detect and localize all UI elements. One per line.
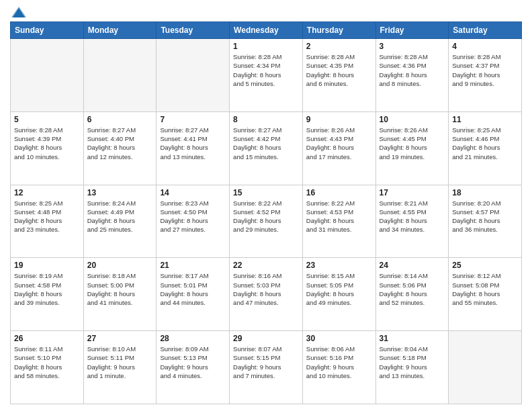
weekday-header-sunday: Sunday [11,22,84,39]
calendar-cell: 19Sunrise: 8:19 AM Sunset: 4:58 PM Dayli… [11,258,84,331]
calendar-cell: 8Sunrise: 8:27 AM Sunset: 4:42 PM Daylig… [230,111,303,185]
calendar-cell: 28Sunrise: 8:09 AM Sunset: 5:13 PM Dayli… [157,331,230,404]
day-info: Sunrise: 8:07 AM Sunset: 5:15 PM Dayligh… [233,345,299,380]
day-info: Sunrise: 8:27 AM Sunset: 4:40 PM Dayligh… [87,126,153,161]
day-number: 9 [306,115,372,124]
day-info: Sunrise: 8:28 AM Sunset: 4:39 PM Dayligh… [14,126,80,161]
day-info: Sunrise: 8:27 AM Sunset: 4:42 PM Dayligh… [233,126,299,161]
day-info: Sunrise: 8:12 AM Sunset: 5:08 PM Dayligh… [452,271,518,307]
day-number: 30 [306,334,372,343]
day-info: Sunrise: 8:09 AM Sunset: 5:13 PM Dayligh… [160,345,226,380]
day-number: 2 [306,42,372,51]
calendar-cell: 4Sunrise: 8:28 AM Sunset: 4:37 PM Daylig… [449,39,522,112]
day-number: 5 [14,115,80,124]
day-info: Sunrise: 8:14 AM Sunset: 5:06 PM Dayligh… [380,271,445,307]
page: SundayMondayTuesdayWednesdayThursdayFrid… [0,0,532,411]
logo [10,7,26,16]
calendar-cell: 3Sunrise: 8:28 AM Sunset: 4:36 PM Daylig… [375,39,449,112]
calendar-cell: 22Sunrise: 8:16 AM Sunset: 5:03 PM Dayli… [230,258,303,331]
calendar-cell: 2Sunrise: 8:28 AM Sunset: 4:35 PM Daylig… [302,39,375,112]
day-number: 28 [160,334,226,343]
calendar-cell: 1Sunrise: 8:28 AM Sunset: 4:34 PM Daylig… [230,39,303,112]
calendar-cell: 20Sunrise: 8:18 AM Sunset: 5:00 PM Dayli… [83,258,157,331]
day-number: 17 [380,188,445,197]
day-info: Sunrise: 8:22 AM Sunset: 4:52 PM Dayligh… [233,199,299,234]
calendar-cell: 30Sunrise: 8:06 AM Sunset: 5:16 PM Dayli… [302,331,375,404]
day-number: 3 [380,42,445,51]
calendar-cell [449,331,522,404]
day-info: Sunrise: 8:28 AM Sunset: 4:34 PM Dayligh… [233,52,299,88]
day-info: Sunrise: 8:28 AM Sunset: 4:36 PM Dayligh… [380,52,445,88]
day-number: 20 [87,261,153,270]
calendar-cell [157,39,230,112]
day-number: 6 [87,115,153,124]
calendar-cell: 11Sunrise: 8:25 AM Sunset: 4:46 PM Dayli… [449,111,522,185]
calendar-cell [83,39,157,112]
day-info: Sunrise: 8:23 AM Sunset: 4:50 PM Dayligh… [160,199,226,234]
calendar-cell: 14Sunrise: 8:23 AM Sunset: 4:50 PM Dayli… [157,185,230,258]
day-number: 19 [14,261,80,270]
header [10,7,522,16]
day-info: Sunrise: 8:26 AM Sunset: 4:45 PM Dayligh… [380,126,445,161]
calendar-cell: 17Sunrise: 8:21 AM Sunset: 4:55 PM Dayli… [375,185,449,258]
day-info: Sunrise: 8:19 AM Sunset: 4:58 PM Dayligh… [14,271,80,307]
day-number: 21 [160,261,226,270]
weekday-header-tuesday: Tuesday [157,22,230,39]
day-info: Sunrise: 8:25 AM Sunset: 4:46 PM Dayligh… [452,126,518,161]
calendar-cell: 26Sunrise: 8:11 AM Sunset: 5:10 PM Dayli… [11,331,84,404]
weekday-header-row: SundayMondayTuesdayWednesdayThursdayFrid… [11,22,522,39]
day-number: 31 [380,334,445,343]
day-number: 18 [452,188,518,197]
calendar-cell: 6Sunrise: 8:27 AM Sunset: 4:40 PM Daylig… [83,111,157,185]
week-row-5: 26Sunrise: 8:11 AM Sunset: 5:10 PM Dayli… [11,331,522,404]
day-info: Sunrise: 8:28 AM Sunset: 4:35 PM Dayligh… [306,52,372,88]
day-number: 7 [160,115,226,124]
day-number: 25 [452,261,518,270]
day-info: Sunrise: 8:10 AM Sunset: 5:11 PM Dayligh… [87,345,153,380]
day-info: Sunrise: 8:16 AM Sunset: 5:03 PM Dayligh… [233,271,299,307]
day-number: 4 [452,42,518,51]
day-number: 1 [233,42,299,51]
calendar-cell: 12Sunrise: 8:25 AM Sunset: 4:48 PM Dayli… [11,185,84,258]
calendar-cell: 23Sunrise: 8:15 AM Sunset: 5:05 PM Dayli… [302,258,375,331]
day-info: Sunrise: 8:17 AM Sunset: 5:01 PM Dayligh… [160,271,226,307]
day-info: Sunrise: 8:22 AM Sunset: 4:53 PM Dayligh… [306,199,372,234]
calendar-cell: 31Sunrise: 8:04 AM Sunset: 5:18 PM Dayli… [375,331,449,404]
week-row-4: 19Sunrise: 8:19 AM Sunset: 4:58 PM Dayli… [11,258,522,331]
calendar-cell: 24Sunrise: 8:14 AM Sunset: 5:06 PM Dayli… [375,258,449,331]
weekday-header-wednesday: Wednesday [230,22,303,39]
calendar-cell: 27Sunrise: 8:10 AM Sunset: 5:11 PM Dayli… [83,331,157,404]
day-info: Sunrise: 8:27 AM Sunset: 4:41 PM Dayligh… [160,126,226,161]
calendar-cell: 25Sunrise: 8:12 AM Sunset: 5:08 PM Dayli… [449,258,522,331]
day-info: Sunrise: 8:20 AM Sunset: 4:57 PM Dayligh… [452,199,518,234]
day-number: 24 [380,261,445,270]
weekday-header-friday: Friday [375,22,449,39]
day-number: 26 [14,334,80,343]
day-number: 8 [233,115,299,124]
calendar-cell: 15Sunrise: 8:22 AM Sunset: 4:52 PM Dayli… [230,185,303,258]
day-number: 15 [233,188,299,197]
day-info: Sunrise: 8:26 AM Sunset: 4:43 PM Dayligh… [306,126,372,161]
day-number: 16 [306,188,372,197]
week-row-3: 12Sunrise: 8:25 AM Sunset: 4:48 PM Dayli… [11,185,522,258]
day-info: Sunrise: 8:25 AM Sunset: 4:48 PM Dayligh… [14,199,80,234]
day-number: 14 [160,188,226,197]
calendar-cell: 29Sunrise: 8:07 AM Sunset: 5:15 PM Dayli… [230,331,303,404]
day-number: 12 [14,188,80,197]
calendar-cell: 5Sunrise: 8:28 AM Sunset: 4:39 PM Daylig… [11,111,84,185]
day-info: Sunrise: 8:18 AM Sunset: 5:00 PM Dayligh… [87,271,153,307]
calendar-cell: 16Sunrise: 8:22 AM Sunset: 4:53 PM Dayli… [302,185,375,258]
day-info: Sunrise: 8:24 AM Sunset: 4:49 PM Dayligh… [87,199,153,234]
day-info: Sunrise: 8:11 AM Sunset: 5:10 PM Dayligh… [14,345,80,380]
day-number: 10 [380,115,445,124]
day-number: 13 [87,188,153,197]
weekday-header-saturday: Saturday [449,22,522,39]
calendar-cell: 10Sunrise: 8:26 AM Sunset: 4:45 PM Dayli… [375,111,449,185]
day-info: Sunrise: 8:21 AM Sunset: 4:55 PM Dayligh… [380,199,445,234]
week-row-1: 1Sunrise: 8:28 AM Sunset: 4:34 PM Daylig… [11,39,522,112]
day-number: 29 [233,334,299,343]
day-number: 11 [452,115,518,124]
weekday-header-monday: Monday [83,22,157,39]
day-info: Sunrise: 8:06 AM Sunset: 5:16 PM Dayligh… [306,345,372,380]
calendar-cell: 18Sunrise: 8:20 AM Sunset: 4:57 PM Dayli… [449,185,522,258]
